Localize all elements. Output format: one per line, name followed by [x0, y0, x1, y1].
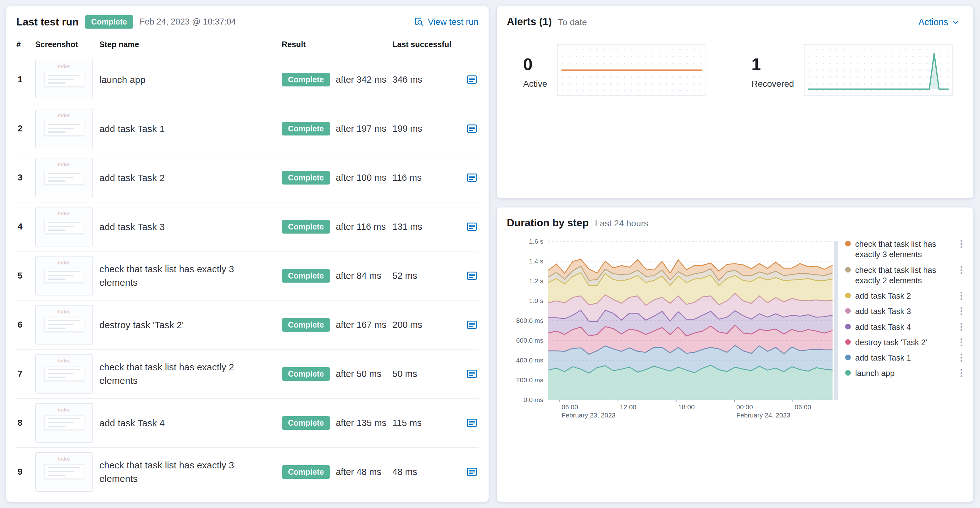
screenshot-thumbnail[interactable]: todos [35, 452, 93, 492]
step-name: add task Task 4 [99, 416, 282, 430]
thumbnail-app-title: todos [58, 64, 70, 69]
legend-item[interactable]: add task Task 2 [845, 291, 963, 301]
screenshot-thumbnail[interactable]: todos [35, 403, 93, 443]
legend-options-button[interactable] [959, 368, 963, 378]
thumbnail-content [44, 121, 84, 136]
step-screenshot-cell: todos [35, 158, 99, 197]
legend-item[interactable]: destroy task 'Task 2' [845, 337, 963, 348]
legend-item[interactable]: add task Task 1 [845, 353, 963, 363]
step-screenshot-cell: todos [35, 452, 99, 492]
step-detail-icon [466, 273, 477, 283]
legend-options-button[interactable] [959, 306, 963, 316]
legend-options-button[interactable] [959, 291, 963, 301]
table-row: 6 todos destroy task 'Task 2' Complete a… [16, 300, 479, 349]
step-number: 4 [16, 222, 35, 232]
svg-text:06:00: 06:00 [794, 403, 811, 411]
legend-options-button[interactable] [959, 337, 963, 348]
step-details-button[interactable] [465, 367, 479, 380]
screenshot-thumbnail[interactable]: todos [35, 354, 93, 394]
kebab-icon [960, 293, 963, 302]
screenshot-thumbnail[interactable]: todos [35, 305, 93, 344]
steps-table-body: 1 todos launch app Complete after 342 ms… [16, 56, 479, 496]
thumbnail-app-title: todos [58, 211, 70, 216]
step-detail-icon [466, 470, 477, 479]
screenshot-thumbnail[interactable]: todos [35, 158, 93, 197]
legend-label: add task Task 2 [855, 291, 911, 301]
table-row: 8 todos add task Task 4 Complete after 1… [16, 398, 479, 448]
kebab-icon [960, 308, 963, 318]
svg-text:February 24, 2023: February 24, 2023 [737, 411, 791, 419]
view-test-run-link[interactable]: View test run [415, 17, 479, 27]
step-number: 8 [16, 418, 35, 428]
step-result-cell: Complete after 48 ms [282, 465, 392, 479]
step-name: launch app [99, 73, 282, 87]
step-duration: after 116 ms [336, 222, 386, 232]
alerts-actions-button[interactable]: Actions [915, 16, 963, 28]
screenshot-thumbnail[interactable]: todos [35, 60, 93, 99]
step-last-successful: 199 ms [392, 124, 460, 134]
svg-text:00:00: 00:00 [737, 403, 753, 411]
screenshot-thumbnail[interactable]: todos [35, 207, 93, 246]
kebab-icon [960, 339, 963, 349]
step-details-button[interactable] [465, 220, 479, 233]
step-screenshot-cell: todos [35, 60, 99, 99]
screenshot-thumbnail[interactable]: todos [35, 256, 93, 295]
recovered-alerts-count: 1 [751, 44, 794, 73]
col-header-step-name: Step name [99, 40, 282, 49]
thumbnail-content [44, 71, 84, 87]
step-details-button[interactable] [465, 73, 479, 86]
step-duration: after 167 ms [336, 320, 387, 330]
svg-text:800.0 ms: 800.0 ms [516, 317, 543, 324]
recovered-alerts-sparkline [804, 44, 953, 96]
legend-label: launch app [855, 368, 894, 378]
step-details-button[interactable] [465, 269, 479, 282]
legend-item[interactable]: check that task list has exactly 2 eleme… [845, 265, 963, 286]
step-name: check that task list has exactly 3 eleme… [99, 262, 282, 289]
step-result-badge: Complete [282, 465, 330, 479]
duration-stacked-area-chart: 0.0 ms200.0 ms400.0 ms600.0 ms800.0 ms1.… [507, 237, 840, 420]
legend-options-button[interactable] [959, 239, 963, 249]
col-header-result: Result [282, 40, 392, 49]
legend-color-dot [845, 355, 851, 360]
legend-label: check that task list has exactly 2 eleme… [855, 265, 953, 286]
legend-item[interactable]: check that task list has exactly 3 eleme… [845, 239, 963, 260]
step-result-cell: Complete after 116 ms [282, 220, 392, 233]
thumbnail-app-title: todos [58, 407, 70, 413]
step-name: check that task list has exactly 3 eleme… [99, 458, 282, 486]
view-test-run-label: View test run [428, 17, 479, 27]
step-last-successful: 115 ms [392, 418, 460, 428]
step-duration: after 342 ms [336, 75, 387, 85]
table-row: 3 todos add task Task 2 Complete after 1… [16, 153, 479, 202]
svg-text:0.0 ms: 0.0 ms [523, 396, 543, 403]
table-row: 2 todos add task Task 1 Complete after 1… [16, 104, 479, 153]
legend-label: add task Task 1 [855, 353, 911, 363]
step-details-button[interactable] [465, 171, 479, 184]
legend-item[interactable]: add task Task 3 [845, 306, 963, 317]
step-name: destroy task 'Task 2' [99, 318, 282, 332]
step-details-button[interactable] [465, 122, 479, 135]
legend-options-button[interactable] [959, 322, 963, 332]
thumbnail-content [44, 170, 84, 185]
kebab-icon [960, 355, 963, 364]
legend-item[interactable]: launch app [845, 368, 963, 378]
step-duration: after 48 ms [336, 467, 381, 477]
step-details-button[interactable] [465, 465, 479, 478]
duration-title: Duration by step [507, 217, 589, 229]
step-name: add task Task 2 [99, 171, 282, 185]
legend-label: add task Task 3 [855, 306, 911, 317]
svg-text:18:00: 18:00 [678, 403, 695, 411]
step-details-button[interactable] [465, 318, 479, 331]
step-detail-icon [466, 322, 477, 332]
legend-item[interactable]: add task Task 4 [845, 322, 963, 332]
legend-options-button[interactable] [959, 353, 963, 363]
step-result-cell: Complete after 100 ms [282, 171, 392, 184]
kebab-icon [960, 324, 963, 333]
legend-color-dot [845, 293, 851, 298]
active-alerts-group: 0 Active [507, 44, 735, 96]
screenshot-thumbnail[interactable]: todos [35, 109, 93, 148]
table-row: 1 todos launch app Complete after 342 ms… [16, 56, 479, 104]
step-details-button[interactable] [465, 416, 479, 429]
legend-options-button[interactable] [959, 265, 963, 275]
run-timestamp: Feb 24, 2023 @ 10:37:04 [140, 17, 236, 27]
svg-text:400.0 ms: 400.0 ms [516, 357, 543, 364]
